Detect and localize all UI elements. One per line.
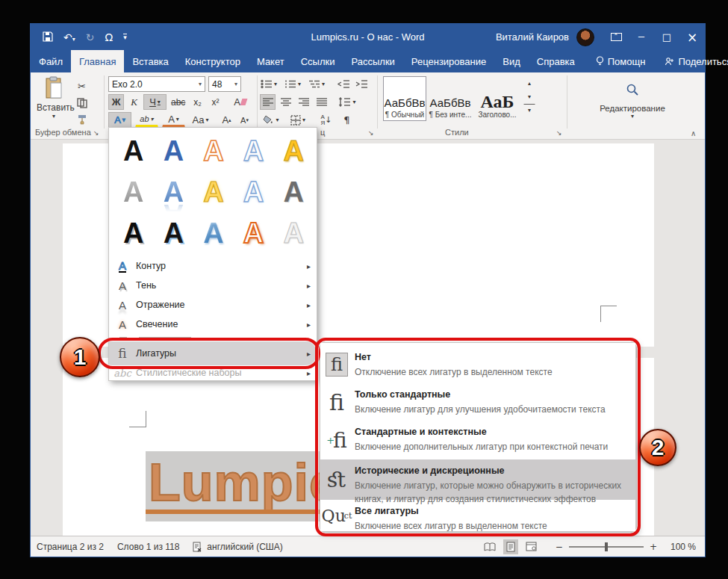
zoom-in-button[interactable]: +	[650, 542, 657, 552]
numbering-button[interactable]	[284, 76, 302, 92]
submenu-arrow-icon	[307, 282, 311, 290]
text-effect-style[interactable]: A	[234, 213, 274, 254]
avatar[interactable]	[576, 28, 594, 46]
align-right-button[interactable]	[296, 94, 311, 110]
line-spacing-button[interactable]	[336, 94, 358, 110]
customize-qat-icon[interactable]: ▾	[123, 34, 127, 41]
copy-button[interactable]	[74, 95, 90, 111]
font-color-button[interactable]: А	[162, 112, 185, 128]
clipboard-dialog-launcher-icon[interactable]: ↘	[93, 129, 99, 137]
tab-file[interactable]: Файл	[31, 50, 71, 72]
text-effect-style[interactable]: A	[113, 172, 154, 213]
tab-home[interactable]: Главная	[71, 50, 124, 72]
text-effect-style[interactable]: A	[154, 172, 194, 213]
text-effect-style[interactable]: A	[193, 131, 234, 172]
subscript-button[interactable]: x₂	[190, 94, 205, 110]
web-layout-button[interactable]	[524, 539, 539, 554]
text-effect-style[interactable]: A	[273, 213, 314, 254]
insert-symbol-icon[interactable]: Ω	[105, 32, 113, 43]
menu-item-glow[interactable]: A Свечение	[109, 315, 317, 334]
text-effect-style[interactable]: A	[154, 131, 194, 172]
word-count[interactable]: Слово 1 из 118	[117, 542, 179, 552]
text-effect-style[interactable]: A	[273, 172, 314, 213]
styles-more-icon[interactable]: ▾	[523, 104, 535, 116]
paragraph-dialog-launcher-icon[interactable]: ↘	[368, 129, 374, 137]
tab-design[interactable]: Конструктор	[177, 50, 249, 72]
clear-formatting-button[interactable]: А	[232, 94, 248, 110]
superscript-button[interactable]: x²	[208, 94, 223, 110]
menu-item-shadow[interactable]: A Тень	[109, 276, 317, 295]
paste-button[interactable]: Вставить ▾	[37, 76, 71, 120]
tab-help[interactable]: Справка	[529, 50, 583, 72]
page-indicator[interactable]: Страница 2 из 2	[37, 542, 104, 552]
zoom-slider[interactable]	[569, 546, 644, 548]
proofing-icon	[193, 542, 202, 552]
styles-scroll-up-icon[interactable]: ▴	[523, 77, 535, 89]
cut-button[interactable]: ✂	[74, 78, 90, 94]
menu-item-outline[interactable]: A Контур	[109, 256, 317, 276]
grow-font-button[interactable]: А▴	[219, 112, 234, 128]
text-effect-style[interactable]: A	[234, 131, 274, 172]
sort-button[interactable]: АЯ↓	[317, 112, 336, 128]
editing-group-label[interactable]: Редактирование	[570, 104, 695, 113]
find-button[interactable]	[620, 78, 645, 101]
share-button[interactable]: Поделиться	[656, 50, 728, 72]
text-effects-button[interactable]: А	[108, 112, 131, 128]
highlight-color-button[interactable]: ab	[135, 112, 158, 128]
maximize-button[interactable]: □	[654, 24, 679, 50]
shrink-font-button[interactable]: А▾	[237, 112, 252, 128]
minimize-button[interactable]: ─	[629, 24, 654, 50]
styles-dialog-launcher-icon[interactable]: ↘	[556, 129, 562, 137]
text-effect-style[interactable]: A	[154, 213, 194, 254]
tab-assistant[interactable]: Помощн	[588, 50, 654, 72]
text-effect-style[interactable]: A	[193, 213, 234, 254]
tab-insert[interactable]: Вставка	[124, 50, 176, 72]
text-effect-style[interactable]: A	[273, 131, 314, 172]
tab-layout[interactable]: Макет	[249, 50, 293, 72]
borders-button[interactable]	[287, 112, 309, 128]
text-effect-style[interactable]: A	[193, 172, 234, 213]
menu-item-reflection[interactable]: A Отражение	[109, 295, 317, 315]
tab-view[interactable]: Вид	[494, 50, 529, 72]
decrease-indent-button[interactable]	[336, 76, 352, 92]
ribbon-display-options-button[interactable]	[603, 24, 629, 50]
collapse-ribbon-icon[interactable]: ∧	[691, 129, 696, 137]
font-name-combo[interactable]: Exo 2.0	[108, 76, 205, 92]
strikethrough-button[interactable]: abc	[170, 94, 186, 110]
italic-button[interactable]: К	[126, 94, 142, 110]
style-normal[interactable]: АаБбВв ¶ Обычный	[383, 76, 426, 121]
save-icon[interactable]	[43, 31, 53, 43]
print-layout-button[interactable]	[503, 539, 518, 554]
text-effect-style[interactable]: A	[113, 213, 154, 254]
style-heading[interactable]: АаБ Заголово...	[474, 76, 520, 121]
font-size-combo[interactable]: 48	[208, 76, 241, 92]
styles-scroll-down-icon[interactable]: ▾	[523, 90, 535, 102]
shading-button[interactable]	[260, 112, 282, 128]
bullets-button[interactable]	[260, 76, 278, 92]
multilevel-list-button[interactable]	[308, 76, 326, 92]
tab-references[interactable]: Ссылки	[293, 50, 343, 72]
tab-review[interactable]: Рецензирование	[403, 50, 494, 72]
show-paragraph-marks-button[interactable]: ¶	[339, 112, 355, 128]
justify-button[interactable]	[314, 94, 329, 110]
align-left-button[interactable]	[260, 94, 276, 110]
close-button[interactable]: ×	[679, 24, 705, 50]
account-name[interactable]: Виталий Каиров	[496, 31, 569, 43]
language-status[interactable]: английский (США)	[193, 542, 282, 552]
align-center-button[interactable]	[278, 94, 293, 110]
zoom-slider-thumb[interactable]	[605, 542, 608, 551]
text-effect-style[interactable]: A	[113, 131, 154, 172]
read-mode-button[interactable]	[482, 539, 497, 554]
undo-button[interactable]: ↶▾	[63, 32, 75, 43]
selected-text-highlight[interactable]: Lumpics	[146, 451, 325, 521]
style-no-spacing[interactable]: АаБбВв ¶ Без инте...	[429, 76, 472, 121]
increase-indent-button[interactable]	[354, 76, 370, 92]
text-effect-style[interactable]: A	[234, 172, 274, 213]
underline-button[interactable]: Ч	[143, 94, 167, 110]
change-case-button[interactable]: Aa	[189, 112, 212, 128]
tab-mailings[interactable]: Рассылки	[343, 50, 402, 72]
format-painter-button[interactable]	[74, 111, 90, 127]
zoom-level[interactable]: 100 %	[671, 542, 696, 552]
bold-button[interactable]: Ж	[108, 94, 124, 110]
zoom-out-button[interactable]: −	[556, 542, 563, 552]
